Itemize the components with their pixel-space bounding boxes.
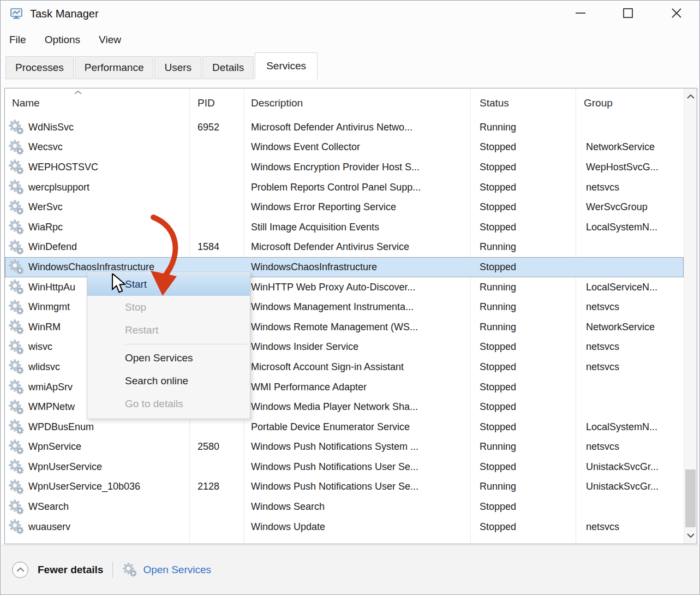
service-description: WindowsChaosInfrastructure (244, 261, 470, 273)
minimize-icon (575, 7, 587, 19)
service-status: Stopped (470, 162, 576, 173)
service-group: netsvcs (576, 182, 684, 193)
service-name: WpnUserService_10b036 (28, 481, 140, 492)
service-row-wercplsupport[interactable]: wercplsupport Problem Reports Control Pa… (5, 177, 684, 198)
service-description: Still Image Acquisition Events (244, 222, 470, 233)
service-gear-icon (8, 239, 25, 255)
tab-users[interactable]: Users (154, 56, 201, 79)
open-services-gear-icon (122, 562, 137, 578)
tab-processes[interactable]: Processes (5, 56, 74, 79)
fewer-details-button[interactable] (12, 562, 28, 578)
service-row-wpnservice[interactable]: WpnService 2580 Windows Push Notificatio… (5, 437, 684, 457)
close-icon (671, 7, 683, 19)
service-gear-icon (8, 439, 25, 455)
column-header-pid[interactable]: PID (198, 88, 215, 117)
service-status: Stopped (470, 421, 576, 433)
tab-services[interactable]: Services (255, 52, 318, 79)
service-gear-icon (8, 259, 25, 275)
context-menu-item-search-online[interactable]: Search online (87, 370, 250, 392)
open-services-link[interactable]: Open Services (143, 564, 211, 576)
context-menu-item-open-services[interactable]: Open Services (87, 347, 250, 370)
service-row-wuauserv[interactable]: wuauserv Windows Update Stopped netsvcs (5, 517, 684, 537)
service-row-wpdbusenum[interactable]: WPDBusEnum Portable Device Enumerator Se… (5, 417, 684, 437)
service-status: Running (470, 122, 576, 133)
service-status: Stopped (470, 182, 576, 193)
service-status: Stopped (470, 521, 576, 533)
service-name: WSearch (28, 501, 69, 513)
service-status: Stopped (470, 361, 576, 373)
service-row-wpnuserservice[interactable]: WpnUserService Windows Push Notification… (5, 457, 684, 477)
service-status: Running (470, 282, 576, 293)
service-status: Stopped (470, 401, 576, 413)
service-group: netsvcs (576, 521, 684, 533)
service-name: WdNisSvc (28, 122, 74, 133)
service-gear-icon (8, 459, 25, 475)
context-menu-item-start[interactable]: Start (87, 273, 250, 296)
fewer-details-label[interactable]: Fewer details (38, 564, 103, 576)
service-status: Running (470, 481, 576, 492)
service-gear-icon (8, 479, 25, 495)
column-header-description[interactable]: Description (251, 88, 303, 117)
context-menu-item-go-to-details: Go to details (87, 392, 250, 415)
service-gear-icon (8, 359, 25, 375)
service-group: netsvcs (576, 301, 684, 313)
service-status: Running (470, 322, 576, 333)
service-description: Windows Insider Service (244, 341, 470, 353)
service-name: wlidsvc (28, 361, 60, 373)
service-name: WpnService (28, 441, 81, 453)
service-name: WindowsChaosInfrastructure (28, 261, 154, 273)
window-title: Task Manager (30, 1, 99, 27)
service-row-wdnissvc[interactable]: WdNisSvc 6952 Microsoft Defender Antivir… (5, 117, 684, 138)
service-row-windefend[interactable]: WinDefend 1584 Microsoft Defender Antivi… (5, 237, 684, 258)
menu-view[interactable]: View (98, 32, 122, 48)
service-pid: 1584 (189, 241, 244, 253)
menu-bar: FileOptionsView (1, 29, 139, 51)
service-gear-icon (8, 159, 25, 175)
service-group: WepHostSvcG... (576, 162, 684, 173)
service-pid: 6952 (189, 122, 244, 133)
maximize-button[interactable] (619, 4, 637, 22)
context-menu-separator (125, 344, 248, 344)
service-status: Stopped (470, 382, 576, 393)
context-menu: StartStopRestart Open ServicesSearch onl… (87, 272, 250, 419)
service-description: Windows Media Player Network Sha... (244, 401, 470, 413)
service-row-wersvc[interactable]: WerSvc Windows Error Reporting Service S… (5, 197, 684, 217)
service-group: netsvcs (576, 361, 684, 373)
service-description: Windows Push Notifications User Se... (244, 461, 470, 473)
service-description: Windows Remote Management (WS... (244, 322, 470, 333)
menu-file[interactable]: File (8, 32, 27, 48)
scroll-down-arrow[interactable] (684, 528, 697, 543)
service-row-wecsvc[interactable]: Wecsvc Windows Event Collector Stopped N… (5, 138, 684, 158)
service-group: UnistackSvcGr... (576, 481, 684, 492)
service-gear-icon (8, 339, 25, 355)
column-header-status[interactable]: Status (480, 88, 509, 117)
service-status: Stopped (470, 201, 576, 213)
context-menu-item-stop: Stop (87, 296, 250, 319)
vertical-scrollbar[interactable] (684, 88, 697, 544)
service-status: Stopped (470, 141, 576, 153)
service-row-wsearch[interactable]: WSearch Windows Search Stopped (5, 497, 684, 517)
service-name: WpnUserService (28, 461, 102, 473)
tab-performance[interactable]: Performance (75, 56, 154, 79)
service-group: NetworkService (576, 141, 684, 153)
minimize-button[interactable] (571, 4, 590, 22)
service-gear-icon (8, 419, 25, 435)
column-header-group[interactable]: Group (584, 88, 613, 117)
sort-ascending-icon (74, 90, 82, 95)
chevron-down-icon (687, 533, 695, 538)
service-description: Windows Push Notifications User Se... (244, 481, 470, 492)
tab-details[interactable]: Details (202, 56, 254, 79)
service-gear-icon (8, 379, 25, 395)
service-row-wpnuserservice-10b036[interactable]: WpnUserService_10b036 2128 Windows Push … (5, 477, 684, 497)
menu-options[interactable]: Options (44, 32, 81, 48)
service-row-wiarpc[interactable]: WiaRpc Still Image Acquisition Events St… (5, 217, 684, 237)
service-row-wephostsvc[interactable]: WEPHOSTSVC Windows Encryption Provider H… (5, 157, 684, 177)
scrollbar-thumb[interactable] (685, 469, 696, 527)
close-button[interactable] (667, 4, 686, 22)
column-header-name[interactable]: Name (12, 88, 40, 117)
task-manager-window: Task Manager FileOptionsView ProcessesPe… (0, 0, 700, 595)
chevron-up-circle-icon (16, 567, 25, 572)
service-name: WinRM (28, 322, 61, 333)
service-gear-icon (8, 279, 25, 295)
scroll-up-arrow[interactable] (684, 90, 697, 104)
